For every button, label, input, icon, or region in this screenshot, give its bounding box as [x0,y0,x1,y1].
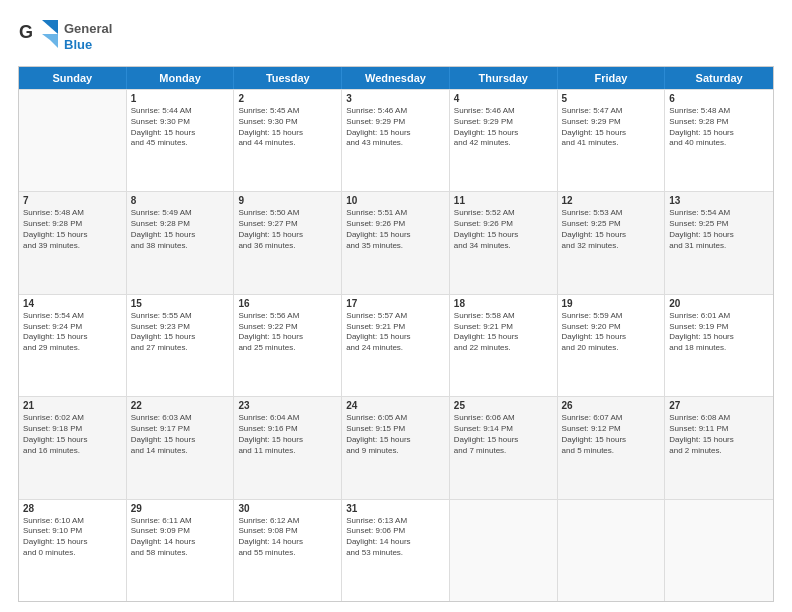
header-saturday: Saturday [665,67,773,89]
day-number: 10 [346,195,445,206]
header-sunday: Sunday [19,67,127,89]
day-info: Sunrise: 5:56 AM Sunset: 9:22 PM Dayligh… [238,311,337,354]
day-9: 9Sunrise: 5:50 AM Sunset: 9:27 PM Daylig… [234,192,342,293]
header: G General Blue [18,18,774,56]
logo-line2: Blue [64,37,112,53]
day-11: 11Sunrise: 5:52 AM Sunset: 9:26 PM Dayli… [450,192,558,293]
day-21: 21Sunrise: 6:02 AM Sunset: 9:18 PM Dayli… [19,397,127,498]
header-thursday: Thursday [450,67,558,89]
day-1: 1Sunrise: 5:44 AM Sunset: 9:30 PM Daylig… [127,90,235,191]
day-info: Sunrise: 6:08 AM Sunset: 9:11 PM Dayligh… [669,413,769,456]
day-6: 6Sunrise: 5:48 AM Sunset: 9:28 PM Daylig… [665,90,773,191]
day-3: 3Sunrise: 5:46 AM Sunset: 9:29 PM Daylig… [342,90,450,191]
day-info: Sunrise: 5:59 AM Sunset: 9:20 PM Dayligh… [562,311,661,354]
day-info: Sunrise: 5:48 AM Sunset: 9:28 PM Dayligh… [23,208,122,251]
day-2: 2Sunrise: 5:45 AM Sunset: 9:30 PM Daylig… [234,90,342,191]
day-info: Sunrise: 5:53 AM Sunset: 9:25 PM Dayligh… [562,208,661,251]
day-20: 20Sunrise: 6:01 AM Sunset: 9:19 PM Dayli… [665,295,773,396]
day-27: 27Sunrise: 6:08 AM Sunset: 9:11 PM Dayli… [665,397,773,498]
day-info: Sunrise: 5:47 AM Sunset: 9:29 PM Dayligh… [562,106,661,149]
day-info: Sunrise: 5:54 AM Sunset: 9:25 PM Dayligh… [669,208,769,251]
day-14: 14Sunrise: 5:54 AM Sunset: 9:24 PM Dayli… [19,295,127,396]
header-tuesday: Tuesday [234,67,342,89]
svg-marker-1 [42,20,58,34]
day-info: Sunrise: 5:57 AM Sunset: 9:21 PM Dayligh… [346,311,445,354]
day-info: Sunrise: 6:12 AM Sunset: 9:08 PM Dayligh… [238,516,337,559]
day-info: Sunrise: 5:48 AM Sunset: 9:28 PM Dayligh… [669,106,769,149]
day-number: 19 [562,298,661,309]
day-number: 20 [669,298,769,309]
calendar-body: 1Sunrise: 5:44 AM Sunset: 9:30 PM Daylig… [19,89,773,601]
day-info: Sunrise: 5:52 AM Sunset: 9:26 PM Dayligh… [454,208,553,251]
day-number: 9 [238,195,337,206]
day-4: 4Sunrise: 5:46 AM Sunset: 9:29 PM Daylig… [450,90,558,191]
day-info: Sunrise: 5:55 AM Sunset: 9:23 PM Dayligh… [131,311,230,354]
day-number: 31 [346,503,445,514]
empty-cell-4-4 [450,500,558,601]
day-24: 24Sunrise: 6:05 AM Sunset: 9:15 PM Dayli… [342,397,450,498]
day-info: Sunrise: 5:50 AM Sunset: 9:27 PM Dayligh… [238,208,337,251]
logo-svg: G [18,18,60,56]
day-number: 21 [23,400,122,411]
day-info: Sunrise: 6:01 AM Sunset: 9:19 PM Dayligh… [669,311,769,354]
day-info: Sunrise: 5:44 AM Sunset: 9:30 PM Dayligh… [131,106,230,149]
day-number: 26 [562,400,661,411]
day-info: Sunrise: 5:51 AM Sunset: 9:26 PM Dayligh… [346,208,445,251]
svg-text:G: G [19,22,33,42]
day-info: Sunrise: 6:02 AM Sunset: 9:18 PM Dayligh… [23,413,122,456]
day-info: Sunrise: 6:10 AM Sunset: 9:10 PM Dayligh… [23,516,122,559]
calendar-header: SundayMondayTuesdayWednesdayThursdayFrid… [19,67,773,89]
day-13: 13Sunrise: 5:54 AM Sunset: 9:25 PM Dayli… [665,192,773,293]
day-23: 23Sunrise: 6:04 AM Sunset: 9:16 PM Dayli… [234,397,342,498]
day-info: Sunrise: 6:06 AM Sunset: 9:14 PM Dayligh… [454,413,553,456]
page: G General Blue SundayMondayTuesdayWednes… [0,0,792,612]
calendar: SundayMondayTuesdayWednesdayThursdayFrid… [18,66,774,602]
day-number: 17 [346,298,445,309]
day-number: 16 [238,298,337,309]
header-wednesday: Wednesday [342,67,450,89]
day-number: 13 [669,195,769,206]
day-info: Sunrise: 5:49 AM Sunset: 9:28 PM Dayligh… [131,208,230,251]
day-18: 18Sunrise: 5:58 AM Sunset: 9:21 PM Dayli… [450,295,558,396]
day-info: Sunrise: 6:13 AM Sunset: 9:06 PM Dayligh… [346,516,445,559]
day-8: 8Sunrise: 5:49 AM Sunset: 9:28 PM Daylig… [127,192,235,293]
day-number: 15 [131,298,230,309]
day-7: 7Sunrise: 5:48 AM Sunset: 9:28 PM Daylig… [19,192,127,293]
day-number: 6 [669,93,769,104]
day-5: 5Sunrise: 5:47 AM Sunset: 9:29 PM Daylig… [558,90,666,191]
day-info: Sunrise: 5:46 AM Sunset: 9:29 PM Dayligh… [454,106,553,149]
day-10: 10Sunrise: 5:51 AM Sunset: 9:26 PM Dayli… [342,192,450,293]
day-number: 18 [454,298,553,309]
day-number: 30 [238,503,337,514]
empty-cell-4-6 [665,500,773,601]
cal-row-4: 21Sunrise: 6:02 AM Sunset: 9:18 PM Dayli… [19,396,773,498]
day-info: Sunrise: 6:05 AM Sunset: 9:15 PM Dayligh… [346,413,445,456]
day-info: Sunrise: 6:07 AM Sunset: 9:12 PM Dayligh… [562,413,661,456]
day-number: 5 [562,93,661,104]
day-number: 1 [131,93,230,104]
day-number: 7 [23,195,122,206]
day-15: 15Sunrise: 5:55 AM Sunset: 9:23 PM Dayli… [127,295,235,396]
cal-row-5: 28Sunrise: 6:10 AM Sunset: 9:10 PM Dayli… [19,499,773,601]
day-19: 19Sunrise: 5:59 AM Sunset: 9:20 PM Dayli… [558,295,666,396]
day-number: 24 [346,400,445,411]
day-12: 12Sunrise: 5:53 AM Sunset: 9:25 PM Dayli… [558,192,666,293]
empty-cell-0-0 [19,90,127,191]
day-number: 27 [669,400,769,411]
day-number: 8 [131,195,230,206]
day-26: 26Sunrise: 6:07 AM Sunset: 9:12 PM Dayli… [558,397,666,498]
day-17: 17Sunrise: 5:57 AM Sunset: 9:21 PM Dayli… [342,295,450,396]
day-number: 29 [131,503,230,514]
day-30: 30Sunrise: 6:12 AM Sunset: 9:08 PM Dayli… [234,500,342,601]
day-29: 29Sunrise: 6:11 AM Sunset: 9:09 PM Dayli… [127,500,235,601]
day-info: Sunrise: 6:11 AM Sunset: 9:09 PM Dayligh… [131,516,230,559]
day-25: 25Sunrise: 6:06 AM Sunset: 9:14 PM Dayli… [450,397,558,498]
day-16: 16Sunrise: 5:56 AM Sunset: 9:22 PM Dayli… [234,295,342,396]
header-friday: Friday [558,67,666,89]
day-28: 28Sunrise: 6:10 AM Sunset: 9:10 PM Dayli… [19,500,127,601]
day-number: 22 [131,400,230,411]
day-number: 14 [23,298,122,309]
logo-line1: General [64,21,112,37]
day-number: 11 [454,195,553,206]
day-info: Sunrise: 5:58 AM Sunset: 9:21 PM Dayligh… [454,311,553,354]
